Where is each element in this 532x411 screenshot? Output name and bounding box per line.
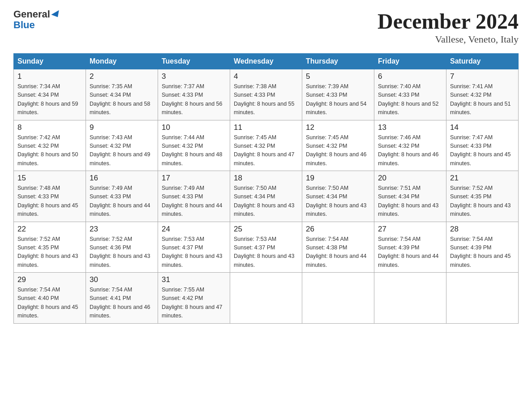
calendar-day-cell: 13Sunrise: 7:46 AMSunset: 4:32 PMDayligh… — [374, 120, 446, 171]
day-info: Sunrise: 7:34 AMSunset: 4:34 PMDaylight:… — [17, 82, 82, 117]
col-header-saturday: Saturday — [446, 54, 519, 69]
calendar-day-cell: 4Sunrise: 7:38 AMSunset: 4:33 PMDaylight… — [230, 69, 302, 120]
calendar-day-cell: 2Sunrise: 7:35 AMSunset: 4:34 PMDaylight… — [86, 69, 158, 120]
day-info: Sunrise: 7:55 AMSunset: 4:42 PMDaylight:… — [162, 286, 226, 321]
day-number: 9 — [90, 123, 154, 132]
calendar-day-cell: 31Sunrise: 7:55 AMSunset: 4:42 PMDayligh… — [158, 273, 230, 324]
calendar-day-cell: 9Sunrise: 7:43 AMSunset: 4:32 PMDaylight… — [86, 120, 158, 171]
day-number: 25 — [234, 225, 298, 234]
day-info: Sunrise: 7:49 AMSunset: 4:33 PMDaylight:… — [90, 184, 154, 219]
day-info: Sunrise: 7:53 AMSunset: 4:37 PMDaylight:… — [162, 235, 226, 270]
day-number: 14 — [450, 123, 515, 132]
day-number: 2 — [90, 72, 154, 81]
col-header-friday: Friday — [374, 54, 446, 69]
day-number: 10 — [162, 123, 226, 132]
day-number: 26 — [306, 225, 370, 234]
day-number: 22 — [17, 225, 82, 234]
day-info: Sunrise: 7:54 AMSunset: 4:40 PMDaylight:… — [17, 286, 82, 321]
day-info: Sunrise: 7:45 AMSunset: 4:32 PMDaylight:… — [234, 133, 298, 168]
calendar-day-cell: 15Sunrise: 7:48 AMSunset: 4:33 PMDayligh… — [14, 171, 86, 222]
calendar-table: SundayMondayTuesdayWednesdayThursdayFrid… — [13, 53, 519, 324]
day-number: 24 — [162, 225, 226, 234]
day-number: 8 — [17, 123, 82, 132]
calendar-day-cell: 12Sunrise: 7:45 AMSunset: 4:32 PMDayligh… — [302, 120, 374, 171]
day-info: Sunrise: 7:51 AMSunset: 4:34 PMDaylight:… — [378, 184, 442, 219]
calendar-day-cell: 7Sunrise: 7:41 AMSunset: 4:32 PMDaylight… — [446, 69, 519, 120]
day-number: 18 — [234, 174, 298, 183]
col-header-thursday: Thursday — [302, 54, 374, 69]
col-header-tuesday: Tuesday — [158, 54, 230, 69]
col-header-monday: Monday — [86, 54, 158, 69]
day-info: Sunrise: 7:52 AMSunset: 4:35 PMDaylight:… — [17, 235, 82, 270]
day-info: Sunrise: 7:50 AMSunset: 4:34 PMDaylight:… — [234, 184, 298, 219]
day-number: 6 — [378, 72, 442, 81]
day-info: Sunrise: 7:40 AMSunset: 4:33 PMDaylight:… — [378, 82, 442, 117]
day-info: Sunrise: 7:41 AMSunset: 4:32 PMDaylight:… — [450, 82, 515, 117]
day-number: 12 — [306, 123, 370, 132]
day-number: 29 — [17, 275, 82, 284]
calendar-day-cell: 28Sunrise: 7:54 AMSunset: 4:39 PMDayligh… — [446, 222, 519, 273]
day-info: Sunrise: 7:52 AMSunset: 4:36 PMDaylight:… — [90, 235, 154, 270]
day-info: Sunrise: 7:47 AMSunset: 4:33 PMDaylight:… — [450, 133, 515, 168]
calendar-day-cell: 26Sunrise: 7:54 AMSunset: 4:38 PMDayligh… — [302, 222, 374, 273]
day-info: Sunrise: 7:54 AMSunset: 4:39 PMDaylight:… — [378, 235, 442, 270]
day-number: 5 — [306, 72, 370, 81]
calendar-day-cell: 3Sunrise: 7:37 AMSunset: 4:33 PMDaylight… — [158, 69, 230, 120]
calendar-day-cell: 5Sunrise: 7:39 AMSunset: 4:33 PMDaylight… — [302, 69, 374, 120]
col-header-wednesday: Wednesday — [230, 54, 302, 69]
calendar-week-row: 1Sunrise: 7:34 AMSunset: 4:34 PMDaylight… — [14, 69, 519, 120]
empty-cell — [446, 273, 519, 324]
day-number: 20 — [378, 174, 442, 183]
day-info: Sunrise: 7:39 AMSunset: 4:33 PMDaylight:… — [306, 82, 370, 117]
empty-cell — [374, 273, 446, 324]
day-number: 7 — [450, 72, 515, 81]
empty-cell — [302, 273, 374, 324]
calendar-day-cell: 14Sunrise: 7:47 AMSunset: 4:33 PMDayligh… — [446, 120, 519, 171]
day-info: Sunrise: 7:35 AMSunset: 4:34 PMDaylight:… — [90, 82, 154, 117]
day-number: 31 — [162, 275, 226, 284]
day-number: 23 — [90, 225, 154, 234]
calendar-day-cell: 29Sunrise: 7:54 AMSunset: 4:40 PMDayligh… — [14, 273, 86, 324]
day-number: 3 — [162, 72, 226, 81]
calendar-day-cell: 6Sunrise: 7:40 AMSunset: 4:33 PMDaylight… — [374, 69, 446, 120]
calendar-week-row: 15Sunrise: 7:48 AMSunset: 4:33 PMDayligh… — [14, 171, 519, 222]
title-block: December 2024 Vallese, Veneto, Italy — [378, 9, 519, 45]
day-number: 21 — [450, 174, 515, 183]
logo: General Blue — [13, 9, 61, 30]
calendar-day-cell: 8Sunrise: 7:42 AMSunset: 4:32 PMDaylight… — [14, 120, 86, 171]
calendar-week-row: 29Sunrise: 7:54 AMSunset: 4:40 PMDayligh… — [14, 273, 519, 324]
day-info: Sunrise: 7:54 AMSunset: 4:38 PMDaylight:… — [306, 235, 370, 270]
day-info: Sunrise: 7:44 AMSunset: 4:32 PMDaylight:… — [162, 133, 226, 168]
day-info: Sunrise: 7:48 AMSunset: 4:33 PMDaylight:… — [17, 184, 82, 219]
calendar-day-cell: 30Sunrise: 7:54 AMSunset: 4:41 PMDayligh… — [86, 273, 158, 324]
day-info: Sunrise: 7:53 AMSunset: 4:37 PMDaylight:… — [234, 235, 298, 270]
calendar-day-cell: 16Sunrise: 7:49 AMSunset: 4:33 PMDayligh… — [86, 171, 158, 222]
calendar-day-cell: 22Sunrise: 7:52 AMSunset: 4:35 PMDayligh… — [14, 222, 86, 273]
calendar-week-row: 8Sunrise: 7:42 AMSunset: 4:32 PMDaylight… — [14, 120, 519, 171]
day-info: Sunrise: 7:45 AMSunset: 4:32 PMDaylight:… — [306, 133, 370, 168]
logo-blue-text: Blue — [13, 20, 61, 30]
day-info: Sunrise: 7:37 AMSunset: 4:33 PMDaylight:… — [162, 82, 226, 117]
day-number: 15 — [17, 174, 82, 183]
day-info: Sunrise: 7:43 AMSunset: 4:32 PMDaylight:… — [90, 133, 154, 168]
calendar-title: December 2024 — [378, 9, 519, 34]
day-number: 19 — [306, 174, 370, 183]
day-info: Sunrise: 7:46 AMSunset: 4:32 PMDaylight:… — [378, 133, 442, 168]
day-number: 4 — [234, 72, 298, 81]
day-info: Sunrise: 7:54 AMSunset: 4:39 PMDaylight:… — [450, 235, 515, 270]
col-header-sunday: Sunday — [14, 54, 86, 69]
day-number: 17 — [162, 174, 226, 183]
calendar-day-cell: 11Sunrise: 7:45 AMSunset: 4:32 PMDayligh… — [230, 120, 302, 171]
empty-cell — [230, 273, 302, 324]
calendar-day-cell: 1Sunrise: 7:34 AMSunset: 4:34 PMDaylight… — [14, 69, 86, 120]
day-info: Sunrise: 7:49 AMSunset: 4:33 PMDaylight:… — [162, 184, 226, 219]
calendar-day-cell: 18Sunrise: 7:50 AMSunset: 4:34 PMDayligh… — [230, 171, 302, 222]
day-number: 30 — [90, 275, 154, 284]
calendar-day-cell: 19Sunrise: 7:50 AMSunset: 4:34 PMDayligh… — [302, 171, 374, 222]
day-info: Sunrise: 7:54 AMSunset: 4:41 PMDaylight:… — [90, 286, 154, 321]
calendar-subtitle: Vallese, Veneto, Italy — [378, 34, 519, 45]
calendar-day-cell: 27Sunrise: 7:54 AMSunset: 4:39 PMDayligh… — [374, 222, 446, 273]
logo-general-text: General — [13, 9, 50, 20]
page-header: General Blue December 2024 Vallese, Vene… — [13, 9, 519, 45]
day-number: 13 — [378, 123, 442, 132]
